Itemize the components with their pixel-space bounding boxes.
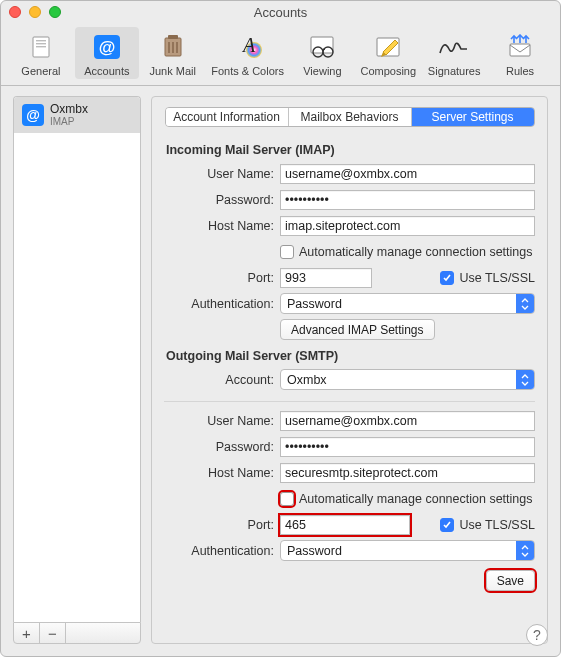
chevron-updown-icon <box>516 541 534 560</box>
toolbar-label: Fonts & Colors <box>211 65 284 77</box>
outgoing-account-select[interactable]: Oxmbx <box>280 369 535 390</box>
incoming-port-field[interactable] <box>280 268 372 288</box>
content-area: @ Oxmbx IMAP + − Account Information Mai… <box>1 86 560 656</box>
chevron-updown-icon <box>516 370 534 389</box>
outgoing-port-field[interactable] <box>280 515 410 535</box>
outgoing-tls-checkbox[interactable]: Use TLS/SSL <box>440 518 535 532</box>
label-outgoing-hostname: Host Name: <box>164 466 280 480</box>
toolbar-item-accounts[interactable]: @ Accounts <box>75 27 139 79</box>
label-incoming-username: User Name: <box>164 167 280 181</box>
help-button[interactable]: ? <box>526 624 548 646</box>
checkbox-label: Automatically manage connection settings <box>299 245 532 259</box>
advanced-imap-settings-button[interactable]: Advanced IMAP Settings <box>280 319 435 340</box>
label-outgoing-auth: Authentication: <box>164 544 280 558</box>
svg-rect-13 <box>311 37 333 53</box>
accounts-icon: @ <box>89 31 125 63</box>
toolbar-label: Viewing <box>303 65 341 77</box>
label-outgoing-username: User Name: <box>164 414 280 428</box>
label-incoming-password: Password: <box>164 193 280 207</box>
detail-tabs: Account Information Mailbox Behaviors Se… <box>165 107 535 127</box>
outgoing-username-field[interactable] <box>280 411 535 431</box>
tab-mailbox-behaviors[interactable]: Mailbox Behaviors <box>289 108 412 126</box>
window-title: Accounts <box>1 5 560 20</box>
toolbar-item-general[interactable]: General <box>9 27 73 79</box>
label-incoming-auth: Authentication: <box>164 297 280 311</box>
incoming-hostname-field[interactable] <box>280 216 535 236</box>
incoming-auth-select[interactable]: Password <box>280 293 535 314</box>
outgoing-auth-select[interactable]: Password <box>280 540 535 561</box>
svg-rect-3 <box>36 46 46 47</box>
outgoing-auto-manage-checkbox[interactable]: Automatically manage connection settings <box>280 492 532 506</box>
fonts-colors-icon: A <box>230 31 266 63</box>
toolbar-item-fonts-colors[interactable]: A Fonts & Colors <box>207 27 289 79</box>
incoming-username-field[interactable] <box>280 164 535 184</box>
detail-pane: Account Information Mailbox Behaviors Se… <box>151 96 548 644</box>
save-button[interactable]: Save <box>486 570 535 591</box>
viewing-icon <box>304 31 340 63</box>
remove-account-button[interactable]: − <box>40 623 66 643</box>
accounts-list-footer: + − <box>13 622 141 644</box>
composing-icon <box>370 31 406 63</box>
toolbar-item-junk-mail[interactable]: Junk Mail <box>141 27 205 79</box>
svg-rect-7 <box>168 35 178 39</box>
toolbar-item-viewing[interactable]: Viewing <box>290 27 354 79</box>
account-type: IMAP <box>50 116 88 127</box>
label-incoming-port: Port: <box>164 271 280 285</box>
svg-rect-1 <box>36 40 46 41</box>
tab-server-settings[interactable]: Server Settings <box>412 108 534 126</box>
preferences-toolbar: General @ Accounts Junk Mail A Fonts & C… <box>1 23 560 86</box>
incoming-password-field[interactable] <box>280 190 535 210</box>
toolbar-item-signatures[interactable]: Signatures <box>422 27 486 79</box>
outgoing-heading: Outgoing Mail Server (SMTP) <box>166 349 535 363</box>
svg-text:@: @ <box>99 38 116 57</box>
outgoing-hostname-field[interactable] <box>280 463 535 483</box>
checkbox-label: Use TLS/SSL <box>459 271 535 285</box>
general-icon <box>23 31 59 63</box>
label-incoming-hostname: Host Name: <box>164 219 280 233</box>
add-account-button[interactable]: + <box>14 623 40 643</box>
label-outgoing-account: Account: <box>164 373 280 387</box>
signatures-icon <box>436 31 472 63</box>
label-outgoing-port: Port: <box>164 518 280 532</box>
titlebar: Accounts <box>1 1 560 23</box>
label-outgoing-password: Password: <box>164 440 280 454</box>
account-row[interactable]: @ Oxmbx IMAP <box>14 97 140 133</box>
separator <box>164 401 535 402</box>
accounts-sidebar: @ Oxmbx IMAP + − <box>13 96 141 644</box>
svg-rect-2 <box>36 43 46 44</box>
account-name: Oxmbx <box>50 103 88 116</box>
at-icon: @ <box>22 104 44 126</box>
rules-icon <box>502 31 538 63</box>
checkbox-label: Automatically manage connection settings <box>299 492 532 506</box>
incoming-heading: Incoming Mail Server (IMAP) <box>166 143 535 157</box>
junk-mail-icon <box>155 31 191 63</box>
accounts-list[interactable]: @ Oxmbx IMAP <box>13 96 141 622</box>
toolbar-label: Signatures <box>428 65 481 77</box>
chevron-updown-icon <box>516 294 534 313</box>
outgoing-password-field[interactable] <box>280 437 535 457</box>
incoming-auto-manage-checkbox[interactable]: Automatically manage connection settings <box>280 245 532 259</box>
toolbar-item-composing[interactable]: Composing <box>356 27 420 79</box>
svg-text:A: A <box>241 34 256 56</box>
toolbar-label: Rules <box>506 65 534 77</box>
toolbar-label: General <box>21 65 60 77</box>
toolbar-label: Accounts <box>84 65 129 77</box>
toolbar-label: Junk Mail <box>149 65 195 77</box>
preferences-window: Accounts General @ Accounts Junk Mail A … <box>0 0 561 657</box>
checkbox-label: Use TLS/SSL <box>459 518 535 532</box>
toolbar-item-rules[interactable]: Rules <box>488 27 552 79</box>
toolbar-label: Composing <box>360 65 416 77</box>
incoming-tls-checkbox[interactable]: Use TLS/SSL <box>440 271 535 285</box>
tab-account-information[interactable]: Account Information <box>166 108 289 126</box>
svg-rect-17 <box>510 44 530 56</box>
